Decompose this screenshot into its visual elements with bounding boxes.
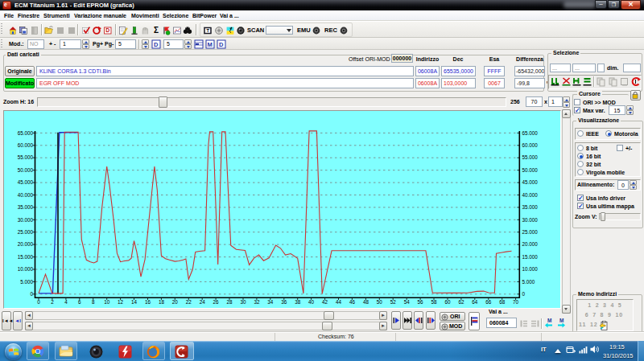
svg-text:15.000: 15.000	[18, 254, 34, 260]
svg-text:25.000: 25.000	[522, 229, 539, 235]
svg-text:40: 40	[308, 299, 315, 305]
svg-text:D: D	[219, 41, 224, 48]
svg-text:52: 52	[390, 299, 397, 305]
svg-text:50.000: 50.000	[522, 167, 539, 173]
svg-text:D: D	[154, 41, 159, 48]
svg-text:58: 58	[431, 299, 437, 305]
svg-text:60.000: 60.000	[18, 142, 34, 148]
svg-text:50.000: 50.000	[18, 167, 34, 173]
svg-text:56: 56	[418, 299, 424, 305]
svg-text:0: 0	[522, 291, 526, 297]
svg-text:65.000: 65.000	[522, 130, 539, 136]
svg-text:6: 6	[78, 299, 81, 305]
svg-text:25.000: 25.000	[18, 229, 34, 235]
svg-text:36: 36	[281, 299, 287, 305]
svg-text:45.000: 45.000	[522, 179, 539, 185]
svg-text:M: M	[547, 318, 551, 323]
svg-text:10: 10	[104, 299, 110, 305]
svg-text:54: 54	[404, 299, 411, 305]
svg-text:M: M	[559, 318, 564, 323]
svg-text:62: 62	[458, 299, 464, 305]
svg-text:24: 24	[200, 299, 206, 305]
svg-text:15.000: 15.000	[522, 254, 539, 260]
svg-text:26: 26	[213, 299, 220, 305]
svg-text:45.000: 45.000	[18, 179, 34, 185]
svg-text:55.000: 55.000	[522, 154, 539, 160]
svg-text:0: 0	[30, 291, 33, 297]
svg-text:44: 44	[336, 299, 342, 305]
svg-text:35.000: 35.000	[18, 204, 34, 210]
svg-text:35.000: 35.000	[522, 204, 539, 210]
svg-text:46: 46	[349, 299, 356, 305]
svg-text:28: 28	[226, 299, 233, 305]
svg-text:4: 4	[64, 299, 68, 305]
svg-text:22: 22	[186, 299, 192, 305]
svg-text:16: 16	[145, 299, 151, 305]
svg-text:30.000: 30.000	[522, 217, 539, 223]
svg-text:70: 70	[513, 299, 519, 305]
svg-text:68: 68	[499, 299, 506, 305]
svg-text:0: 0	[37, 299, 40, 305]
svg-text:66: 66	[485, 299, 492, 305]
svg-text:34: 34	[267, 299, 274, 305]
svg-text:20: 20	[172, 299, 179, 305]
svg-text:48: 48	[363, 299, 369, 305]
svg-text:50: 50	[377, 299, 383, 305]
svg-text:38: 38	[295, 299, 301, 305]
svg-text:55.000: 55.000	[18, 154, 34, 160]
svg-text:12: 12	[118, 299, 124, 305]
svg-text:40.000: 40.000	[522, 192, 539, 198]
svg-text:2: 2	[51, 299, 54, 305]
svg-text:64: 64	[472, 299, 478, 305]
svg-text:10.000: 10.000	[522, 266, 539, 272]
svg-text:40.000: 40.000	[18, 192, 34, 198]
svg-text:65.000: 65.000	[18, 130, 34, 136]
svg-text:32: 32	[254, 299, 260, 305]
svg-text:D: D	[105, 27, 109, 33]
svg-text:20.000: 20.000	[18, 241, 34, 247]
svg-text:30: 30	[240, 299, 246, 305]
svg-text:8: 8	[92, 299, 95, 305]
svg-text:60.000: 60.000	[522, 142, 539, 148]
svg-text:10.000: 10.000	[18, 266, 34, 272]
svg-text:T: T	[206, 28, 209, 33]
svg-text:14: 14	[131, 299, 138, 305]
svg-text:42: 42	[322, 299, 328, 305]
svg-text:60: 60	[444, 299, 451, 305]
svg-text:18: 18	[159, 299, 165, 305]
svg-text:5.000: 5.000	[522, 279, 535, 285]
svg-text:20.000: 20.000	[522, 241, 539, 247]
svg-text:5.000: 5.000	[20, 279, 33, 285]
svg-text:30.000: 30.000	[18, 217, 34, 223]
svg-text:M: M	[208, 41, 213, 48]
